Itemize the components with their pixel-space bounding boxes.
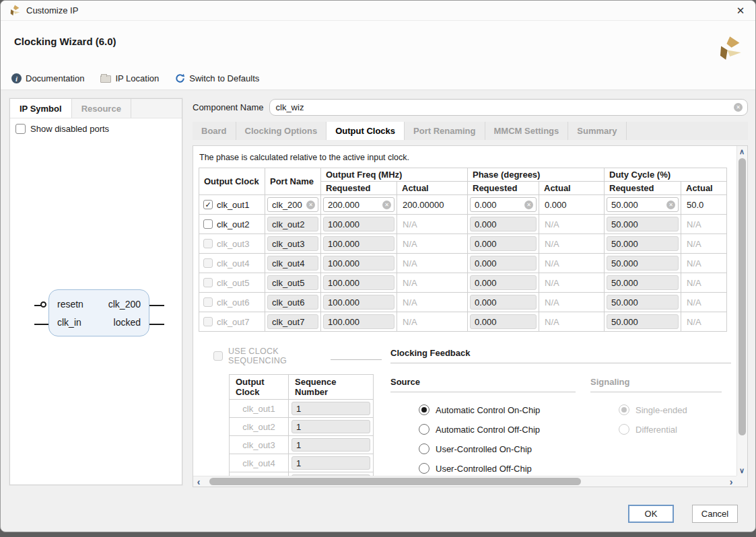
radio-user-controlled-on-chip[interactable]: User-Controlled On-Chip [419, 443, 590, 454]
resetn-inversion-bubble [40, 301, 46, 308]
clear-icon[interactable]: ✕ [306, 201, 315, 209]
duty-requested-input: 50.000 [607, 236, 679, 251]
toolbar: i Documentation IP Location Switch to De… [11, 73, 259, 83]
scroll-left-icon[interactable]: ‹ [193, 476, 204, 487]
sequence-number-input: 1 [291, 402, 370, 415]
radio-user-controlled-off-chip[interactable]: User-Controlled Off-Chip [419, 463, 590, 474]
tab-resource[interactable]: Resource [72, 99, 131, 118]
phase-requested-input[interactable]: 0.000✕ [470, 197, 537, 212]
close-icon[interactable]: ✕ [726, 1, 755, 21]
table-row: clk_out41 [230, 454, 374, 472]
horizontal-scroll-thumb[interactable] [209, 478, 581, 485]
clear-icon[interactable]: ✕ [382, 201, 391, 209]
ip-symbol-panel: IP Symbol Resource Show disabled ports r… [9, 98, 182, 485]
radio-icon [619, 424, 629, 435]
phase-requested-input: 0.000 [470, 295, 537, 310]
phase-requested-input: 0.000 [470, 236, 537, 251]
port-name-input: clk_out2 [267, 217, 318, 231]
col-freq-actual: Actual [397, 182, 468, 195]
phase-actual-value: N/A [539, 278, 604, 288]
port-locked: locked [114, 316, 141, 330]
tab-board[interactable]: Board [193, 122, 236, 140]
col-duty-requested: Requested [605, 182, 681, 195]
radio-single-ended: Single-ended [619, 404, 736, 415]
col-phase-requested: Requested [468, 182, 539, 195]
radio-icon [419, 463, 429, 474]
tab-output-clocks[interactable]: Output Clocks [327, 122, 405, 140]
freq-actual-value: N/A [397, 258, 467, 268]
freq-requested-input: 100.000 [323, 217, 394, 231]
tab-clocking-options[interactable]: Clocking Options [236, 122, 327, 140]
tab-port-renaming[interactable]: Port Renaming [405, 122, 485, 140]
radio-differential: Differential [619, 424, 736, 435]
phase-note: The phase is calculated relative to the … [199, 153, 736, 162]
clear-icon[interactable]: ✕ [666, 201, 675, 209]
port-name-input: clk_out7 [267, 314, 318, 329]
scroll-down-icon[interactable]: ∨ [736, 465, 747, 476]
clk-out2-checkbox[interactable] [203, 219, 213, 229]
duty-requested-input: 50.000 [607, 314, 679, 329]
sequence-number-input: 1 [291, 456, 370, 470]
freq-requested-input: 100.000 [323, 295, 394, 310]
col-freq-requested: Requested [321, 182, 397, 195]
folder-icon [100, 75, 111, 83]
switch-to-defaults-button[interactable]: Switch to Defaults [175, 73, 259, 83]
scroll-right-icon[interactable]: › [726, 476, 736, 487]
tab-mmcm-settings[interactable]: MMCM Settings [485, 122, 569, 140]
col-sequence-number: Sequence Number [289, 375, 374, 400]
freq-actual-value: N/A [397, 219, 467, 229]
port-resetn: resetn [57, 297, 83, 312]
port-name-input[interactable]: clk_200✕ [267, 197, 318, 212]
phase-requested-input: 0.000 [470, 217, 537, 231]
scroll-up-icon[interactable]: ∧ [736, 146, 747, 157]
freq-requested-input[interactable]: 200.000✕ [323, 197, 394, 212]
xilinx-logo [716, 36, 742, 61]
clk-out4-checkbox [203, 258, 213, 268]
show-disabled-ports-label: Show disabled ports [30, 124, 109, 134]
clk-out1-checkbox[interactable]: ✓ [203, 200, 213, 209]
table-row: clk_out11 [230, 400, 374, 418]
vertical-scroll-thumb[interactable] [738, 158, 746, 435]
duty-actual-value: N/A [681, 239, 726, 249]
page-title: Clocking Wizard (6.0) [14, 36, 116, 47]
vertical-scrollbar[interactable]: ∧ ∨ [736, 146, 747, 476]
component-name-input[interactable]: clk_wiz ✕ [269, 99, 749, 116]
radio-automatic-control-on-chip[interactable]: Automatic Control On-Chip [419, 404, 590, 415]
tab-summary[interactable]: Summary [568, 122, 626, 140]
clear-icon[interactable]: ✕ [734, 103, 743, 112]
output-clocks-table: Output Clock Port Name Output Freq (MHz)… [199, 168, 727, 332]
documentation-button[interactable]: i Documentation [11, 73, 84, 83]
phase-actual-value: N/A [539, 219, 604, 229]
clear-icon[interactable]: ✕ [524, 201, 533, 209]
phase-requested-input: 0.000 [470, 256, 537, 271]
clk-out7-checkbox [203, 317, 213, 326]
table-row: clk_out7 clk_out7 100.000 N/A 0.000 N/A … [199, 312, 727, 332]
clk-200-wire [149, 305, 164, 306]
phase-actual-value: N/A [539, 297, 604, 308]
show-disabled-ports-checkbox[interactable] [15, 124, 26, 134]
info-icon: i [11, 73, 22, 83]
duty-requested-input[interactable]: 50.000✕ [607, 197, 679, 212]
phase-requested-input: 0.000 [470, 314, 537, 329]
col-output-clock: Output Clock [199, 168, 265, 195]
title-bar: Customize IP ✕ [1, 1, 755, 21]
col-duty-cycle: Duty Cycle (%) [605, 168, 727, 182]
port-name-input: clk_out5 [267, 275, 318, 290]
duty-actual-value: N/A [681, 297, 726, 308]
cancel-button[interactable]: Cancel [692, 505, 738, 523]
table-row: clk_out2 clk_out2 100.000 N/A 0.000 N/A … [199, 215, 727, 234]
freq-actual-value: N/A [397, 317, 467, 327]
radio-automatic-control-off-chip[interactable]: Automatic Control Off-Chip [419, 424, 590, 435]
horizontal-scrollbar[interactable]: ‹ › [193, 476, 736, 487]
duty-actual-value: 50.0 [681, 200, 726, 210]
app-logo-icon [9, 5, 20, 16]
port-clk-in: clk_in [57, 316, 81, 330]
ip-location-button[interactable]: IP Location [100, 73, 159, 83]
table-row: ✓clk_out1 clk_200✕ 200.000✕ 200.00000 0.… [199, 195, 727, 215]
ok-button[interactable]: OK [628, 505, 674, 523]
table-row: clk_out4 clk_out4 100.000 N/A 0.000 N/A … [199, 254, 727, 273]
freq-actual-value: N/A [397, 239, 467, 249]
refresh-icon [175, 73, 185, 83]
tab-ip-symbol[interactable]: IP Symbol [10, 99, 72, 118]
duty-requested-input: 50.000 [607, 256, 679, 271]
